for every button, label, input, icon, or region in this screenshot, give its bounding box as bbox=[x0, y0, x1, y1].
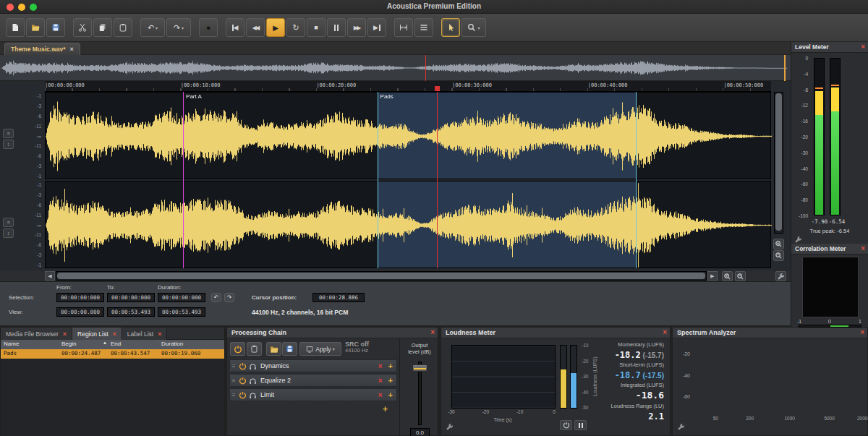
remove-effect-button[interactable]: × bbox=[378, 362, 383, 370]
playhead-handle[interactable] bbox=[435, 86, 440, 91]
zoom-tool-button[interactable]: ▾ bbox=[461, 18, 486, 37]
go-to-start-button[interactable]: ◀ bbox=[226, 18, 244, 37]
chain-power-button[interactable] bbox=[230, 342, 245, 356]
document-tab[interactable]: Theme Music.wav* × bbox=[4, 43, 80, 55]
close-tab-icon[interactable]: × bbox=[70, 46, 74, 53]
vertical-scrollbar-thumb[interactable] bbox=[775, 93, 782, 231]
waveform-channel-left[interactable] bbox=[45, 92, 771, 179]
effect-power-button[interactable] bbox=[237, 391, 247, 399]
selection-undo-button[interactable]: ↶ bbox=[211, 293, 221, 302]
channel2-menu-button[interactable]: ≡ bbox=[3, 218, 14, 227]
insert-effect-button[interactable]: + bbox=[388, 362, 393, 370]
drag-handle-icon[interactable]: ≡ bbox=[230, 377, 237, 384]
insert-effect-button[interactable]: + bbox=[388, 390, 393, 399]
loop-button[interactable]: ↻ bbox=[286, 18, 305, 37]
waveform-canvas-left[interactable] bbox=[46, 93, 772, 180]
scroll-right-button[interactable]: ▶ bbox=[707, 271, 718, 281]
record-button[interactable]: ● bbox=[199, 18, 218, 37]
loudness-pause-button[interactable] bbox=[574, 420, 587, 430]
vertical-zoom-in-button[interactable] bbox=[773, 239, 784, 249]
play-button[interactable]: ▶ bbox=[266, 18, 285, 37]
stop-button[interactable]: ■ bbox=[307, 18, 326, 37]
effect-row[interactable]: ≡Dynamics×+ bbox=[229, 359, 397, 372]
drag-handle-icon[interactable]: ≡ bbox=[230, 392, 237, 398]
drag-handle-icon[interactable]: ≡ bbox=[230, 363, 237, 369]
vertical-zoom-out-button[interactable] bbox=[773, 250, 784, 261]
region-row[interactable]: Pads00:00:24.48700:00:43.54700:00:19.060 bbox=[1, 349, 224, 359]
waveform-canvas-right[interactable] bbox=[46, 181, 772, 269]
apply-button[interactable]: Apply▾ bbox=[299, 342, 341, 356]
close-panel-icon[interactable]: × bbox=[663, 328, 667, 336]
wrench-icon[interactable] bbox=[677, 423, 685, 431]
tab-region-list[interactable]: Region List× bbox=[72, 328, 122, 340]
timeline-ruler[interactable]: |00:00:00:000|00:00:10:000|00:00:20:000|… bbox=[45, 81, 771, 92]
loudness-power-button[interactable] bbox=[560, 420, 572, 430]
selection-duration-field[interactable]: 00:00:00:000 bbox=[158, 293, 205, 302]
overview-waveform[interactable] bbox=[0, 55, 791, 81]
effect-power-button[interactable] bbox=[237, 362, 247, 370]
effect-row[interactable]: ≡Equalize 2×+ bbox=[229, 374, 397, 387]
wrench-icon[interactable] bbox=[794, 236, 802, 244]
selection-tool-button[interactable] bbox=[441, 18, 460, 37]
selection-to-field[interactable]: 00:00:00:000 bbox=[107, 293, 155, 302]
zoom-out-button[interactable] bbox=[735, 271, 746, 281]
selection-redo-button[interactable]: ↷ bbox=[224, 293, 234, 302]
zoom-in-button[interactable] bbox=[722, 271, 733, 281]
column-name[interactable]: Name bbox=[4, 341, 19, 347]
remove-effect-button[interactable]: × bbox=[378, 377, 383, 385]
close-panel-icon[interactable]: × bbox=[430, 328, 435, 336]
output-level-value[interactable]: 0.0 bbox=[410, 428, 430, 436]
channel1-fold-button[interactable]: ↕ bbox=[3, 140, 14, 149]
selection-from-field[interactable]: 00:00:00:000 bbox=[56, 293, 104, 302]
cut-button[interactable] bbox=[73, 18, 92, 37]
save-file-button[interactable] bbox=[46, 18, 65, 37]
close-panel-icon[interactable]: × bbox=[861, 244, 865, 252]
region-table-header[interactable]: Name Begin ▲ End Duration bbox=[1, 340, 224, 349]
overview-waveform-canvas[interactable] bbox=[1, 56, 787, 80]
channel1-menu-button[interactable]: ≡ bbox=[3, 129, 14, 138]
new-file-button[interactable] bbox=[6, 18, 25, 37]
view-start-field[interactable]: 00:00:00.000 bbox=[56, 307, 104, 317]
close-tab-icon[interactable]: × bbox=[158, 330, 161, 338]
cursor-position-field[interactable]: 00:00:28.886 bbox=[312, 293, 365, 302]
range-tool-button[interactable] bbox=[394, 18, 413, 37]
insert-effect-button[interactable]: + bbox=[388, 376, 393, 385]
editor-settings-button[interactable] bbox=[775, 271, 786, 281]
redo-button[interactable]: ↷▾ bbox=[166, 18, 191, 37]
close-tab-icon[interactable]: × bbox=[63, 330, 67, 338]
close-panel-icon[interactable]: × bbox=[861, 43, 865, 51]
open-file-button[interactable] bbox=[26, 18, 45, 37]
vertical-scrollbar[interactable] bbox=[774, 92, 783, 234]
effect-monitor-button[interactable] bbox=[247, 391, 258, 399]
column-duration[interactable]: Duration bbox=[161, 341, 183, 347]
output-fader-knob[interactable] bbox=[412, 364, 427, 372]
column-begin[interactable]: Begin bbox=[61, 341, 76, 347]
effect-monitor-button[interactable] bbox=[247, 377, 258, 385]
chain-open-button[interactable] bbox=[266, 342, 281, 356]
view-end-field[interactable]: 00:00:53.493 bbox=[107, 307, 155, 317]
effect-power-button[interactable] bbox=[237, 377, 247, 385]
scroll-left-button[interactable]: ◀ bbox=[45, 271, 55, 281]
tab-media-file-browser[interactable]: Media File Browser× bbox=[1, 328, 72, 340]
column-end[interactable]: End bbox=[111, 341, 121, 347]
waveform-channel-right[interactable] bbox=[45, 181, 771, 268]
channel2-fold-button[interactable]: ↕ bbox=[3, 228, 14, 238]
close-tab-icon[interactable]: × bbox=[113, 330, 116, 338]
tab-label-list[interactable]: Label List× bbox=[122, 328, 168, 340]
horizontal-scrollbar[interactable] bbox=[56, 271, 707, 281]
chain-save-button[interactable] bbox=[282, 342, 297, 356]
rewind-button[interactable]: ◀◀ bbox=[246, 18, 265, 37]
remove-effect-button[interactable]: × bbox=[378, 391, 383, 399]
lanes-tool-button[interactable] bbox=[414, 18, 433, 37]
paste-button[interactable] bbox=[114, 18, 132, 37]
undo-button[interactable]: ↶▾ bbox=[140, 18, 165, 37]
go-to-end-button[interactable]: ▶ bbox=[367, 18, 386, 37]
fast-forward-button[interactable]: ▶▶ bbox=[347, 18, 366, 37]
chain-paste-button[interactable] bbox=[247, 342, 262, 356]
horizontal-scrollbar-thumb[interactable] bbox=[57, 273, 705, 279]
effect-monitor-button[interactable] bbox=[247, 362, 258, 370]
add-effect-button[interactable]: + bbox=[383, 404, 388, 414]
view-duration-field[interactable]: 00:00:53.493 bbox=[158, 307, 205, 317]
wrench-icon[interactable] bbox=[446, 423, 454, 431]
close-panel-icon[interactable]: × bbox=[860, 328, 864, 336]
